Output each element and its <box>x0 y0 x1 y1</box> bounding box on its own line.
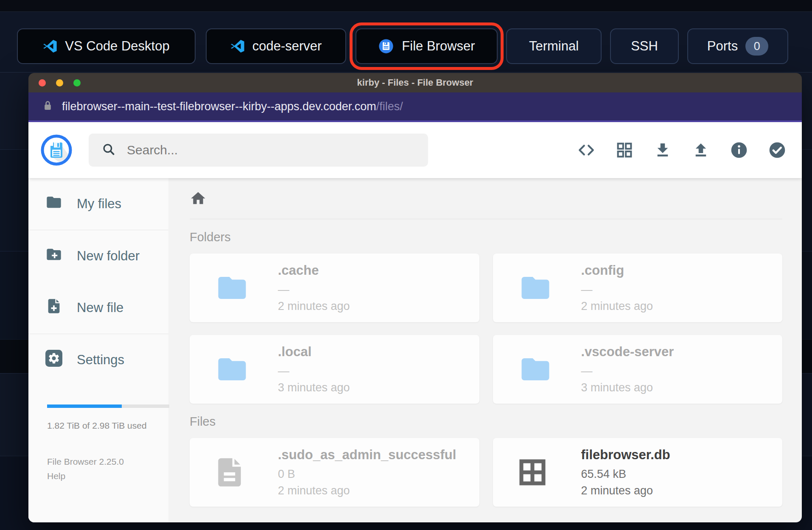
filebrowser-body: My files New folder <box>28 178 802 522</box>
item-meta: .local — 3 minutes ago <box>278 344 350 394</box>
divider <box>190 219 782 219</box>
sidebar: My files New folder <box>28 178 168 522</box>
coder-app-bar: VS Code Desktop code-server File Browser… <box>0 0 812 72</box>
grid-window-icon <box>516 456 555 489</box>
item-size: — <box>581 283 653 296</box>
item-size: — <box>581 365 674 378</box>
sidebar-item-new-file[interactable]: New file <box>28 282 168 334</box>
filebrowser-icon <box>378 38 394 54</box>
item-meta: .cache — 2 minutes ago <box>278 263 350 313</box>
download-icon[interactable] <box>653 141 672 159</box>
app-button-label: VS Code Desktop <box>65 39 169 54</box>
item-size: 0 B <box>278 468 456 481</box>
folder-card-cache[interactable]: .cache — 2 minutes ago <box>190 254 479 322</box>
usage-progress-fill <box>47 404 122 408</box>
folder-icon <box>516 353 555 386</box>
item-name: .sudo_as_admin_successful <box>278 447 456 463</box>
item-name: .local <box>278 344 350 360</box>
folder-card-vscode-server[interactable]: .vscode-server — 3 minutes ago <box>493 335 783 404</box>
item-modified: 3 minutes ago <box>581 381 674 394</box>
window-title: kirby - Files - File Browser <box>28 77 802 88</box>
lock-icon <box>42 100 53 113</box>
item-meta: .config — 2 minutes ago <box>581 263 653 313</box>
item-name: filebrowser.db <box>581 447 670 463</box>
folder-card-local[interactable]: .local — 3 minutes ago <box>190 335 479 404</box>
app-button-label: Ports <box>707 39 738 54</box>
file-card-sudo-as-admin-successful[interactable]: .sudo_as_admin_successful 0 B 2 minutes … <box>190 438 479 507</box>
item-modified: 3 minutes ago <box>278 381 350 394</box>
sidebar-item-my-files[interactable]: My files <box>28 178 168 230</box>
search-input[interactable] <box>126 142 382 158</box>
url-path: /files/ <box>376 100 403 113</box>
item-meta: .sudo_as_admin_successful 0 B 2 minutes … <box>278 447 456 497</box>
filebrowser-logo[interactable] <box>40 134 73 166</box>
file-browser-button[interactable]: File Browser <box>356 28 498 64</box>
sidebar-footer: File Browser 2.25.0 Help <box>47 455 168 483</box>
files-grid: .sudo_as_admin_successful 0 B 2 minutes … <box>190 438 782 507</box>
file-plus-icon <box>45 298 62 318</box>
help-link[interactable]: Help <box>47 469 168 483</box>
folder-plus-icon <box>45 246 62 266</box>
document-icon <box>213 455 252 489</box>
upload-icon[interactable] <box>692 141 710 159</box>
folder-icon <box>45 194 62 214</box>
storage-usage: 1.82 TiB of 2.98 TiB used <box>47 404 168 431</box>
app-button-label: code-server <box>252 39 322 54</box>
check-circle-icon[interactable] <box>768 141 787 159</box>
item-name: .vscode-server <box>581 344 674 360</box>
folder-card-config[interactable]: .config — 2 minutes ago <box>493 254 783 322</box>
breadcrumb <box>190 190 782 209</box>
ports-count-badge: 0 <box>745 37 768 56</box>
vscode-icon <box>43 39 57 53</box>
info-icon[interactable] <box>730 141 748 159</box>
address-bar[interactable]: filebrowser--main--test-filebrowser--kir… <box>28 92 802 122</box>
code-icon[interactable] <box>577 141 596 159</box>
app-button-label: SSH <box>631 39 658 54</box>
search-icon <box>101 142 116 158</box>
folder-icon <box>516 271 555 304</box>
item-meta: filebrowser.db 65.54 kB 2 minutes ago <box>581 447 670 497</box>
folder-icon <box>213 271 252 304</box>
sidebar-item-label: My files <box>77 196 121 212</box>
item-size: 65.54 kB <box>581 468 670 481</box>
app-version: File Browser 2.25.0 <box>47 455 168 469</box>
folders-heading: Folders <box>190 230 782 244</box>
sidebar-item-settings[interactable]: Settings <box>28 334 168 386</box>
code-server-button[interactable]: code-server <box>206 28 346 64</box>
sidebar-item-label: New folder <box>77 248 140 264</box>
item-modified: 2 minutes ago <box>278 484 456 497</box>
terminal-button[interactable]: Terminal <box>506 28 602 64</box>
item-size: — <box>278 283 350 296</box>
url-text: filebrowser--main--test-filebrowser--kir… <box>62 100 403 113</box>
grid-icon[interactable] <box>615 141 634 159</box>
window-titlebar[interactable]: kirby - Files - File Browser <box>28 73 802 92</box>
app-button-label: File Browser <box>402 39 475 54</box>
item-size: — <box>278 365 350 378</box>
item-name: .config <box>581 263 653 278</box>
usage-text: 1.82 TiB of 2.98 TiB used <box>47 421 168 431</box>
app-button-label: Terminal <box>529 39 579 54</box>
ssh-button[interactable]: SSH <box>610 28 679 64</box>
file-card-filebrowser-db[interactable]: filebrowser.db 65.54 kB 2 minutes ago <box>493 438 783 507</box>
files-heading: Files <box>190 415 782 429</box>
filebrowser-header <box>28 122 802 178</box>
home-icon[interactable] <box>190 190 207 209</box>
vscode-desktop-button[interactable]: VS Code Desktop <box>17 28 196 64</box>
sidebar-item-label: Settings <box>77 352 124 368</box>
item-modified: 2 minutes ago <box>581 300 653 313</box>
sidebar-item-new-folder[interactable]: New folder <box>28 230 168 282</box>
search-bar[interactable] <box>89 134 428 167</box>
browser-window: kirby - Files - File Browser filebrowser… <box>28 73 802 522</box>
usage-progress-track <box>47 404 169 408</box>
ports-button[interactable]: Ports 0 <box>687 28 788 64</box>
folder-icon <box>213 353 252 386</box>
item-modified: 2 minutes ago <box>278 300 350 313</box>
item-meta: .vscode-server — 3 minutes ago <box>581 344 674 394</box>
gear-icon <box>45 350 62 370</box>
folders-grid: .cache — 2 minutes ago .config — 2 mi <box>190 254 782 404</box>
file-listing: Folders .cache — 2 minutes ago <box>168 178 802 522</box>
item-name: .cache <box>278 263 350 278</box>
url-host: filebrowser--main--test-filebrowser--kir… <box>62 100 376 113</box>
item-modified: 2 minutes ago <box>581 484 670 497</box>
header-toolbar <box>577 141 787 159</box>
